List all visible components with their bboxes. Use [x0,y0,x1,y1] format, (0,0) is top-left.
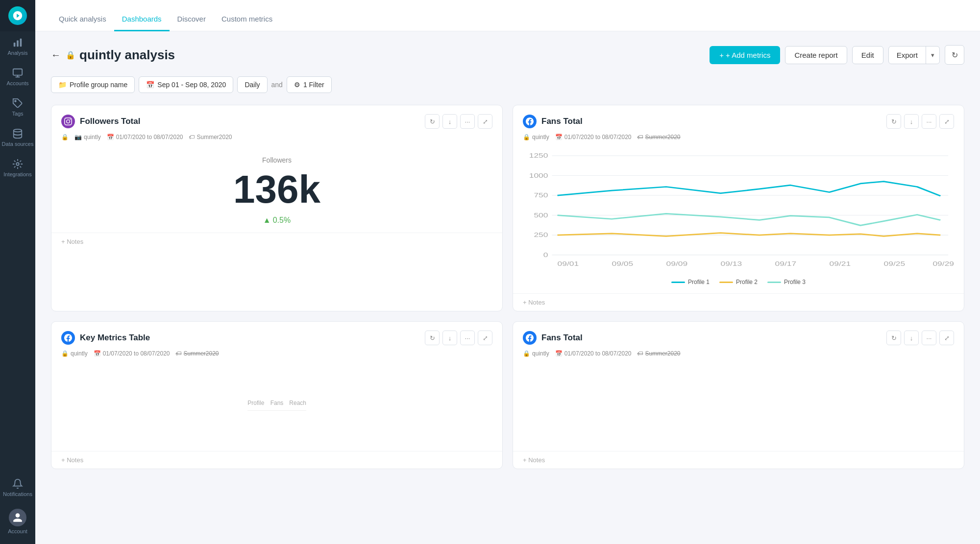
profile-group-filter[interactable]: 📁 Profile group name [51,76,135,93]
sidebar-item-data-sources[interactable]: Data sources [0,122,35,153]
widget-fans-total-1: Fans Total ↻ ↓ ··· ⤢ 🔒 quintly 📅 [513,105,964,311]
widget-download-btn-2[interactable]: ↓ [904,114,919,129]
widget-meta-fans-2: 🔒 quintly 📅 01/07/2020 to 08/07/2020 🏷 S… [513,350,964,363]
tab-quick-analysis[interactable]: Quick analysis [51,15,114,31]
export-button[interactable]: Export [889,47,926,64]
filter-and-label: and [271,81,283,89]
tab-custom-metrics[interactable]: Custom metrics [214,15,280,31]
tag-icon-f2: 🏷 [637,350,643,357]
widget-notes-fans-2[interactable]: + Notes [513,451,964,469]
sidebar-item-data-sources-label: Data sources [2,141,34,147]
widget-meta-account-f2: 🔒 quintly [523,350,549,357]
legend-profile3: Profile 3 [767,279,806,285]
facebook-icon-3 [523,331,537,345]
add-metrics-button[interactable]: + + Add metrics [710,46,780,64]
fans-chart-svg: 1250 1000 750 500 250 0 09/01 09/05 09/0… [521,150,956,274]
widget-title-key-metrics: Key Metrics Table [80,333,425,343]
widget-meta-tag-km: 🏷 Summer2020 [175,350,219,357]
widget-refresh-btn-3[interactable]: ↻ [425,331,440,345]
widget-expand-btn-2[interactable]: ⤢ [939,114,954,129]
widget-title-fans-2: Fans Total [541,333,886,343]
widget-chart-fans: 1250 1000 750 500 250 0 09/01 09/05 09/0… [513,146,964,274]
sidebar-item-analysis[interactable]: Analysis [0,31,35,62]
user-icon [12,512,23,523]
widget-meta-dates: 📅 01/07/2020 to 08/07/2020 [107,134,183,141]
widget-download-btn-3[interactable]: ↓ [442,331,457,345]
widget-header-fans: Fans Total ↻ ↓ ··· ⤢ [513,105,964,134]
legend-profile1: Profile 1 [671,279,710,285]
filter-bar: 📁 Profile group name 📅 Sep 01 - Sep 08, … [51,76,964,93]
svg-rect-0 [14,43,16,47]
accounts-icon [12,68,23,78]
sidebar-item-accounts-label: Accounts [6,80,28,86]
folder-icon: 📁 [58,81,67,89]
metric-change: ▲ 0.5% [61,216,492,225]
logo[interactable] [0,0,35,31]
widget-header-key-metrics: Key Metrics Table ↻ ↓ ··· ⤢ [51,322,502,350]
svg-text:09/01: 09/01 [558,260,579,267]
svg-text:1000: 1000 [529,172,548,179]
create-report-button[interactable]: Create report [785,46,847,64]
edit-button[interactable]: Edit [852,46,883,64]
frequency-filter[interactable]: Daily [237,76,267,93]
widget-refresh-btn-4[interactable]: ↻ [886,331,901,345]
legend-dot-profile2 [719,282,733,283]
back-button[interactable]: ← [51,49,61,61]
sidebar-item-account-label: Account [8,528,27,534]
metric-value: 136k [61,168,492,211]
ig-small-icon: 📷 [74,134,82,141]
legend-dot-profile3 [767,282,781,283]
header-actions: + + Add metrics Create report Edit Expor… [710,45,964,65]
widget-chart-fans-2-placeholder [513,363,964,451]
facebook-icon [523,115,537,128]
svg-text:500: 500 [534,212,548,219]
sidebar-item-tags[interactable]: Tags [0,92,35,122]
widget-download-btn-4[interactable]: ↓ [904,331,919,345]
svg-text:09/25: 09/25 [884,260,906,267]
calendar-small-icon: 📅 [107,134,114,141]
refresh-button[interactable]: ↻ [945,45,964,65]
widget-expand-btn-3[interactable]: ⤢ [478,331,492,345]
widget-title-followers: Followers Total [80,117,425,126]
widget-more-btn-3[interactable]: ··· [460,331,475,345]
svg-point-4 [15,100,16,102]
widget-more-btn[interactable]: ··· [460,114,475,129]
widget-expand-btn[interactable]: ⤢ [478,114,492,129]
widget-notes-km[interactable]: + Notes [51,451,502,469]
tab-dashboards[interactable]: Dashboards [114,15,170,31]
widget-meta-account-fans: 🔒 quintly [523,134,549,141]
sidebar-item-notifications[interactable]: Notifications [0,473,35,503]
export-chevron-button[interactable]: ▾ [926,47,939,64]
svg-text:1250: 1250 [529,152,548,159]
widget-actions-fans: ↻ ↓ ··· ⤢ [886,114,954,129]
tab-discover[interactable]: Discover [170,15,214,31]
svg-text:09/17: 09/17 [775,260,797,267]
widget-title-fans: Fans Total [541,117,886,126]
bell-icon [12,478,23,489]
widget-expand-btn-4[interactable]: ⤢ [939,331,954,345]
svg-point-5 [14,129,22,132]
widget-notes-followers[interactable]: + Notes [51,233,502,250]
date-range-filter[interactable]: 📅 Sep 01 - Sep 08, 2020 [139,76,233,93]
widget-more-btn-2[interactable]: ··· [922,114,936,129]
sidebar-item-account[interactable]: Account [0,503,35,540]
sidebar: Analysis Accounts Tags Data sources Inte… [0,0,35,544]
lock-icon-km: 🔒 [61,350,69,357]
database-icon [12,128,23,139]
widget-more-btn-4[interactable]: ··· [922,331,936,345]
sidebar-item-integrations-label: Integrations [3,171,31,177]
sidebar-item-accounts[interactable]: Accounts [0,62,35,92]
sidebar-item-notifications-label: Notifications [3,491,32,497]
widget-notes-fans[interactable]: + Notes [513,293,964,311]
widget-meta-followers: 🔒 📷 quintly 📅 01/07/2020 to 08/07/2020 🏷… [51,134,502,146]
filter-button[interactable]: ⚙ 1 Filter [287,76,332,93]
sidebar-item-integrations[interactable]: Integrations [0,153,35,183]
legend-profile2: Profile 2 [719,279,758,285]
widget-download-btn[interactable]: ↓ [442,114,457,129]
calendar-icon-km: 📅 [94,350,101,357]
lock-icon: 🔒 [66,50,75,60]
svg-text:0: 0 [543,252,548,259]
widget-refresh-btn-2[interactable]: ↻ [886,114,901,129]
widget-refresh-btn[interactable]: ↻ [425,114,440,129]
tag-icon-fans: 🏷 [637,134,643,141]
